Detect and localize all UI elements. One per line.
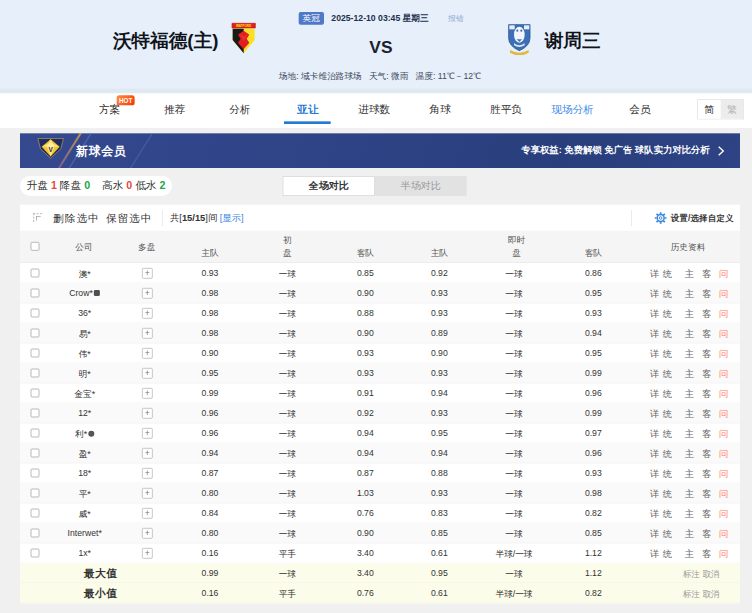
svg-text:WATFORD: WATFORD xyxy=(236,24,252,28)
svg-text:V: V xyxy=(49,146,54,153)
